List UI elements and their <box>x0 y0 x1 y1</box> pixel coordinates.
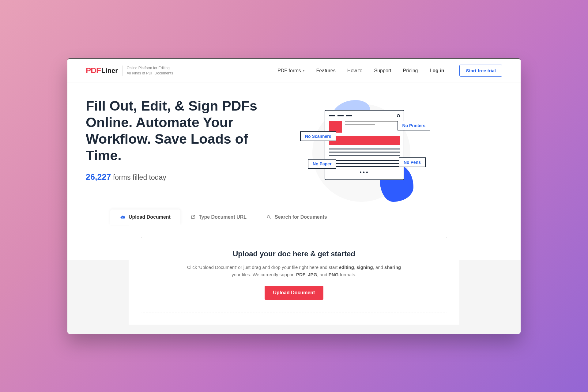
tab-search-documents[interactable]: Search for Documents <box>256 209 337 225</box>
nav-features[interactable]: Features <box>316 68 336 74</box>
header: PDF Liner Online Platform for Editing Al… <box>67 59 521 82</box>
red-block <box>329 121 342 133</box>
upload-panel: Upload your doc here & get started Click… <box>129 225 459 325</box>
close-icon <box>397 114 400 117</box>
nav-how-to[interactable]: How to <box>347 68 363 74</box>
dropzone-desc: Click 'Upload Document' or just drag and… <box>184 264 404 278</box>
hero-stats: 26,227 forms filled today <box>86 172 282 182</box>
tabs: Upload Document Type Document URL Search… <box>110 209 502 225</box>
tab-upload-label: Upload Document <box>129 214 171 220</box>
nav-support[interactable]: Support <box>374 68 391 74</box>
hero-left: Fill Out, Edit, & Sign PDFs Online. Auto… <box>86 98 282 202</box>
tabs-section: Upload Document Type Document URL Search… <box>67 209 521 325</box>
cloud-upload-icon <box>120 214 126 220</box>
browser-frame: PDF Liner Online Platform for Editing Al… <box>67 58 521 334</box>
dropzone[interactable]: Upload your doc here & get started Click… <box>141 237 447 312</box>
logo-pdf-text: PDF <box>86 66 101 75</box>
nav-pdf-forms[interactable]: PDF forms ▾ <box>277 68 304 74</box>
badge-no-scanners: No Scanners <box>300 131 336 141</box>
tab-type-url[interactable]: Type Document URL <box>180 209 256 225</box>
start-free-trial-button[interactable]: Start free trial <box>459 65 502 77</box>
page: PDF Liner Online Platform for Editing Al… <box>67 59 521 334</box>
badge-no-pens: No Pens <box>399 157 426 167</box>
tagline-line2: All Kinds of PDF Documents <box>127 71 173 76</box>
search-icon <box>266 214 272 220</box>
link-icon <box>190 214 196 220</box>
dropzone-title: Upload your doc here & get started <box>150 250 438 258</box>
hero-illustration: ••• No Scanners No Printers No Paper No … <box>294 98 429 202</box>
doc-menu-icon <box>329 115 352 116</box>
logo-liner-text: Liner <box>101 67 118 75</box>
nav-pdf-forms-label: PDF forms <box>277 68 301 74</box>
tab-url-label: Type Document URL <box>199 214 247 220</box>
red-bar <box>329 136 400 145</box>
dots-icon: ••• <box>329 169 400 176</box>
nav-pricing[interactable]: Pricing <box>403 68 418 74</box>
stats-number: 26,227 <box>86 172 111 182</box>
upload-document-button[interactable]: Upload Document <box>265 286 324 300</box>
tagline-line1: Online Platform for Editing <box>127 66 173 71</box>
logo-area[interactable]: PDF Liner Online Platform for Editing Al… <box>86 66 173 76</box>
chevron-down-icon: ▾ <box>303 69 305 73</box>
nav-login[interactable]: Log in <box>429 68 444 74</box>
stats-label: forms filled today <box>113 173 166 181</box>
tab-upload-document[interactable]: Upload Document <box>110 209 180 225</box>
document-illustration: ••• <box>325 110 404 180</box>
badge-no-paper: No Paper <box>308 159 336 169</box>
tagline: Online Platform for Editing All Kinds of… <box>122 66 173 76</box>
doc-header <box>329 114 400 117</box>
svg-point-0 <box>267 216 270 218</box>
hero: Fill Out, Edit, & Sign PDFs Online. Auto… <box>67 82 521 208</box>
tab-search-label: Search for Documents <box>275 214 327 220</box>
logo: PDF Liner <box>86 66 118 75</box>
nav: PDF forms ▾ Features How to Support Pric… <box>277 65 502 77</box>
hero-title: Fill Out, Edit, & Sign PDFs Online. Auto… <box>86 98 282 164</box>
badge-no-printers: No Printers <box>398 121 430 130</box>
